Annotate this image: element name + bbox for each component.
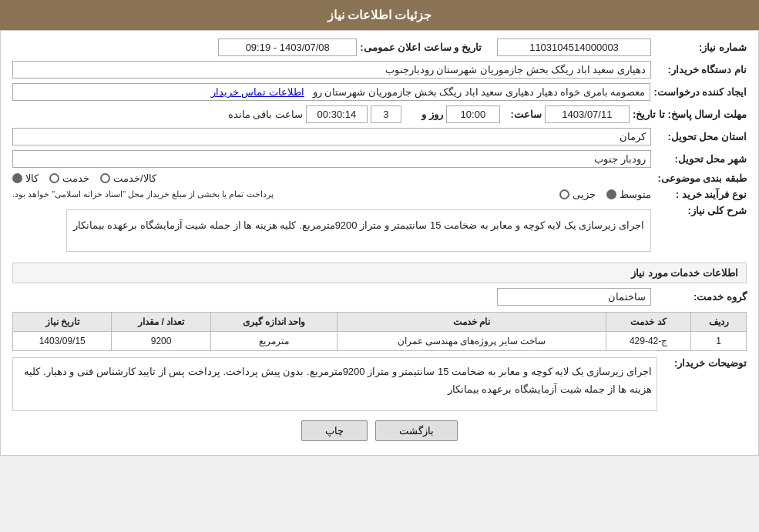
- request-number-label: شماره نیاز:: [654, 42, 747, 53]
- category-label: طبقه بندی موضوعی:: [654, 172, 747, 184]
- description-label: شرح کلی نیاز:: [654, 205, 747, 216]
- cell-unit: مترمربع: [210, 332, 337, 351]
- buyer-notes-text: اجرای زیرسازی یک لایه کوچه و معابر به ضخ…: [12, 357, 657, 411]
- back-button[interactable]: بازگشت: [375, 420, 458, 441]
- col-service-name: نام خدمت: [338, 313, 606, 332]
- province-label: استان محل تحویل:: [654, 131, 747, 142]
- purchase-type-jozi-label: جزیی: [573, 189, 596, 200]
- table-row: 1 ج-42-429 ساخت سایر پروژه‌های مهندسی عم…: [13, 332, 747, 351]
- request-number-row: شماره نیاز: 1103104514000003 تاریخ و ساع…: [12, 38, 747, 56]
- purchase-type-label: نوع فرآیند خرید :: [654, 189, 747, 200]
- col-unit: واحد اندازه گیری: [210, 313, 337, 332]
- category-kala-khedmat-label: کالا/خدمت: [113, 172, 156, 184]
- deadline-remaining-label: ساعت باقی مانده: [228, 109, 303, 120]
- buyer-notes-section: توضیحات خریدار: اجرای زیرسازی یک لایه کو…: [12, 357, 747, 411]
- category-kala-label: کالا: [25, 172, 39, 184]
- cell-rownum: 1: [691, 332, 747, 351]
- category-radio-group: کالا/خدمت خدمت کالا: [12, 172, 651, 184]
- description-row: شرح کلی نیاز: اجرای زیرسازی یک لایه کوچه…: [12, 205, 747, 256]
- buyer-org-row: نام دستگاه خریدار: دهیاری سعید اباد ریگک…: [12, 61, 747, 79]
- announce-date-value: 1403/07/08 - 09:19: [218, 38, 357, 56]
- request-number-value: 1103104514000003: [497, 38, 651, 56]
- page-title: جزئیات اطلاعات نیاز: [327, 8, 432, 22]
- page-wrapper: جزئیات اطلاعات نیاز شماره نیاز: 11031045…: [0, 0, 759, 456]
- purchase-type-radio-group: متوسط جزیی: [284, 189, 651, 200]
- buyer-notes-label: توضیحات خریدار:: [662, 357, 747, 369]
- city-row: شهر محل تحویل: رودبار جنوب: [12, 150, 747, 168]
- deadline-date: 1403/07/11: [545, 105, 630, 123]
- buyer-org-value: دهیاری سعید اباد ریگک بخش جازموریان شهرس…: [12, 61, 651, 79]
- purchase-type-jozi-radio[interactable]: [559, 189, 569, 199]
- table-header-row: ردیف کد خدمت نام خدمت واحد اندازه گیری ت…: [13, 313, 747, 332]
- category-khedmat-label: خدمت: [62, 172, 89, 184]
- purchase-type-row: نوع فرآیند خرید : متوسط جزیی پرداخت تمام…: [12, 189, 747, 200]
- deadline-days: 3: [371, 105, 401, 123]
- buttons-row: بازگشت چاپ: [12, 420, 747, 441]
- cell-service-name: ساخت سایر پروژه‌های مهندسی عمران: [338, 332, 606, 351]
- col-date-needed: تاریخ نیاز: [13, 313, 112, 332]
- category-option-khedmat[interactable]: خدمت: [49, 172, 89, 184]
- col-service-code: کد خدمت: [606, 313, 691, 332]
- deadline-remaining: 00:30:14: [306, 105, 368, 123]
- purchase-type-motawaset[interactable]: متوسط: [606, 189, 651, 200]
- category-kala-khedmat-radio[interactable]: [100, 173, 110, 183]
- purchase-type-note: پرداخت تمام یا بخشی از مبلغ خریداز محل "…: [12, 189, 274, 199]
- col-rownum: ردیف: [691, 313, 747, 332]
- services-section-title: اطلاعات خدمات مورد نیاز: [12, 263, 747, 283]
- deadline-label: مهلت ارسال پاسخ: تا تاریخ:: [633, 109, 747, 120]
- service-group-value: ساختمان: [497, 288, 651, 306]
- creator-text: معصومه بامری خواه دهیار دهیاری سعید اباد…: [313, 86, 646, 98]
- page-header: جزئیات اطلاعات نیاز: [0, 0, 759, 30]
- services-table-section: ردیف کد خدمت نام خدمت واحد اندازه گیری ت…: [12, 312, 747, 351]
- city-label: شهر محل تحویل:: [654, 153, 747, 165]
- purchase-type-motawaset-label: متوسط: [620, 189, 651, 200]
- col-quantity: تعداد / مقدار: [112, 313, 210, 332]
- category-khedmat-radio[interactable]: [49, 173, 59, 183]
- print-button[interactable]: چاپ: [301, 420, 368, 441]
- content-area: شماره نیاز: 1103104514000003 تاریخ و ساع…: [0, 30, 759, 456]
- cell-date-needed: 1403/09/15: [13, 332, 112, 351]
- deadline-row: مهلت ارسال پاسخ: تا تاریخ: 1403/07/11 سا…: [12, 105, 747, 123]
- purchase-type-jozi[interactable]: جزیی: [559, 189, 596, 200]
- creator-value: معصومه بامری خواه دهیار دهیاری سعید اباد…: [12, 83, 650, 101]
- creator-row: ایجاد کننده درخواست: معصومه بامری خواه د…: [12, 83, 747, 101]
- creator-label: ایجاد کننده درخواست:: [653, 86, 747, 98]
- category-option-kala[interactable]: کالا: [12, 172, 39, 184]
- description-text: اجرای زیرسازی یک لایه کوچه و معابر به ضخ…: [66, 209, 651, 252]
- province-value: کرمان: [12, 128, 651, 146]
- creator-link[interactable]: اطلاعات تماس خریدار: [211, 86, 304, 98]
- city-value: رودبار جنوب: [12, 150, 651, 168]
- deadline-days-label: روز و: [405, 109, 443, 120]
- announce-date-label: تاریخ و ساعت اعلان عمومی:: [360, 42, 482, 53]
- deadline-time: 10:00: [446, 105, 500, 123]
- service-group-row: گروه خدمت: ساختمان: [12, 288, 747, 306]
- province-row: استان محل تحویل: کرمان: [12, 128, 747, 146]
- services-table: ردیف کد خدمت نام خدمت واحد اندازه گیری ت…: [12, 312, 747, 351]
- deadline-time-label: ساعت:: [503, 109, 542, 120]
- cell-quantity: 9200: [112, 332, 210, 351]
- service-group-label: گروه خدمت:: [654, 291, 747, 303]
- purchase-type-motawaset-radio[interactable]: [606, 189, 616, 199]
- category-option-kala-khedmat[interactable]: کالا/خدمت: [100, 172, 156, 184]
- cell-service-code: ج-42-429: [606, 332, 691, 351]
- buyer-org-label: نام دستگاه خریدار:: [654, 64, 747, 75]
- category-row: طبقه بندی موضوعی: کالا/خدمت خدمت کالا: [12, 172, 747, 184]
- category-kala-radio[interactable]: [12, 173, 22, 183]
